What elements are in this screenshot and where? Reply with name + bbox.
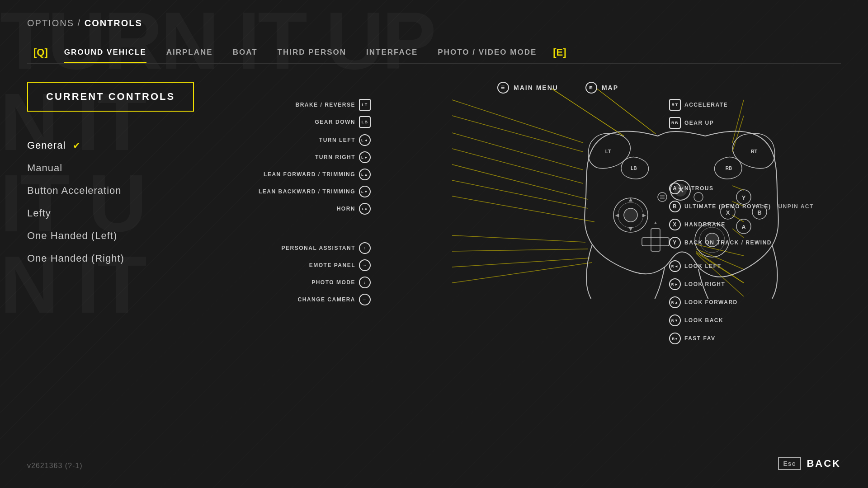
map-label: ⊞ MAP	[585, 82, 618, 94]
tab-ground-vehicle[interactable]: GROUND VEHICLE	[54, 42, 156, 62]
left-control-labels: BRAKE / REVERSE LT GEAR DOWN LB TURN LEF…	[244, 95, 371, 310]
preset-one-handed-left[interactable]: One Handed (Left)	[27, 225, 217, 247]
handbrake-text: HANDBRAKE	[684, 221, 726, 228]
tab-boat[interactable]: BOAT	[223, 42, 268, 62]
preset-one-handed-right[interactable]: One Handed (Right)	[27, 247, 217, 270]
lean-forward-text: LEAN FORWARD / TRIMMING	[264, 171, 355, 178]
svg-rect-38	[651, 229, 660, 251]
svg-line-0	[552, 89, 624, 136]
tab-right-bracket[interactable]: [E]	[547, 42, 572, 63]
x-button-icon: X	[669, 219, 681, 230]
accelerate-label: RT ACCELERATE	[669, 98, 841, 112]
rt-icon: RT	[669, 99, 681, 111]
preset-manual[interactable]: Manual	[27, 157, 217, 179]
tab-photo-video[interactable]: PHOTO / VIDEO MODE	[428, 42, 547, 62]
svg-line-3	[452, 116, 583, 152]
svg-line-1	[597, 89, 656, 134]
lb-icon: LB	[359, 116, 371, 128]
dpad-left-icon: ←	[359, 294, 371, 305]
svg-line-9	[452, 235, 585, 242]
lean-backward-label: LEAN BACKWARD / TRIMMING L▼	[244, 184, 371, 199]
look-left-label: R◄ LOOK LEFT	[669, 259, 841, 273]
look-back-label: R▼ LOOK BACK	[669, 313, 841, 328]
right-control-labels: RT ACCELERATE RB GEAR UP A NITROUS	[669, 95, 841, 349]
rs-up-icon: R▲	[669, 296, 681, 308]
svg-text:▲: ▲	[627, 196, 634, 203]
preset-button-acceleration[interactable]: Button Acceleration	[27, 179, 217, 202]
turn-left-label: TURN LEFT L◄	[244, 133, 371, 147]
left-stick-left-icon: L◄	[359, 134, 371, 146]
rs-right-icon: R►	[669, 278, 681, 290]
checkmark-icon: ✔	[73, 140, 81, 151]
rs-left-icon: R◄	[669, 260, 681, 272]
back-button[interactable]: Esc BACK	[778, 457, 841, 470]
current-controls-button[interactable]: CURRENT CONTROLS	[27, 82, 194, 112]
tab-left-bracket[interactable]: [Q]	[27, 42, 54, 63]
esc-key[interactable]: Esc	[778, 457, 802, 470]
ultimate-text: ULTIMATE (DEMO ROYALE)	[684, 203, 771, 210]
svg-line-7	[452, 180, 588, 208]
svg-line-2	[452, 100, 583, 143]
svg-line-11	[452, 258, 590, 267]
y-button-icon: Y	[669, 237, 681, 249]
breadcrumb-prefix: OPTIONS /	[27, 18, 85, 28]
accelerate-text: ACCELERATE	[684, 102, 728, 108]
right-panel: LT LB RT RB	[244, 82, 841, 299]
photo-mode-text: PHOTO MODE	[311, 279, 355, 286]
preset-general[interactable]: General ✔	[27, 134, 217, 157]
turn-left-text: TURN LEFT	[319, 137, 355, 143]
bottom-left-controls: PERSONAL ASSISTANT ↑ EMOTE PANEL → PHOTO…	[244, 241, 371, 307]
main-menu-text: MAIN MENU	[514, 84, 558, 91]
dpad-right-icon: →	[359, 259, 371, 271]
lean-backward-text: LEAN BACKWARD / TRIMMING	[259, 188, 355, 195]
preset-lefty[interactable]: Lefty	[27, 202, 217, 225]
b-button-icon: B	[669, 201, 681, 212]
nitrous-text: NITROUS	[684, 185, 714, 192]
controller-diagram: LT LB RT RB	[244, 82, 841, 299]
svg-line-8	[452, 196, 594, 222]
left-panel: CURRENT CONTROLS General ✔ Manual Button…	[27, 82, 217, 299]
spacer	[669, 134, 841, 181]
svg-text:►: ►	[641, 211, 647, 219]
breadcrumb-current: CONTROLS	[85, 18, 142, 28]
svg-line-10	[452, 249, 588, 251]
menu-icon: ☰	[497, 82, 509, 94]
brake-label: BRAKE / REVERSE LT	[244, 98, 371, 112]
rs-down-icon: R▼	[669, 314, 681, 326]
emote-panel-label: EMOTE PANEL →	[244, 258, 371, 272]
nitrous-label: A NITROUS	[669, 181, 841, 196]
tab-airplane[interactable]: AIRPLANE	[156, 42, 223, 62]
rb-icon: RB	[669, 117, 681, 129]
tabs-row: [Q] GROUND VEHICLE AIRPLANE BOAT THIRD P…	[27, 42, 841, 64]
gear-down-text: GEAR DOWN	[315, 119, 356, 125]
emote-panel-text: EMOTE PANEL	[309, 262, 355, 268]
fast-fav-label: R● FAST FAV	[669, 331, 841, 346]
look-forward-label: R▲ LOOK FORWARD	[669, 295, 841, 310]
right-stick-controls: R◄ LOOK LEFT R► LOOK RIGHT R▲ LOOK FORWA…	[669, 259, 841, 346]
look-right-text: LOOK RIGHT	[684, 281, 725, 287]
tab-interface[interactable]: INTERFACE	[356, 42, 428, 62]
tab-third-person[interactable]: THIRD PERSON	[268, 42, 356, 62]
left-stick-right-icon: L►	[359, 151, 371, 163]
lean-forward-label: LEAN FORWARD / TRIMMING L▲	[244, 167, 371, 182]
rs-press-icon: R●	[669, 333, 681, 344]
personal-assistant-text: PERSONAL ASSISTANT	[282, 245, 355, 251]
dpad-up-icon: ↑	[359, 242, 371, 254]
fast-fav-text: FAST FAV	[684, 335, 715, 342]
look-left-text: LOOK LEFT	[684, 263, 722, 269]
svg-line-5	[452, 149, 583, 183]
gear-down-label: GEAR DOWN LB	[244, 115, 371, 129]
svg-point-28	[613, 198, 648, 232]
svg-text:▲: ▲	[653, 220, 658, 225]
svg-text:◄: ◄	[614, 211, 620, 219]
dpad-down-icon: ↓	[359, 277, 371, 288]
a-button-icon: A	[669, 183, 681, 194]
lt-icon: LT	[359, 99, 371, 111]
map-text: MAP	[602, 84, 618, 91]
top-controls: ☰ MAIN MENU ⊞ MAP	[497, 82, 618, 94]
preset-list: General ✔ Manual Button Acceleration Lef…	[27, 134, 217, 270]
horn-label: HORN L●	[244, 202, 371, 216]
svg-point-30	[624, 208, 637, 222]
brake-text: BRAKE / REVERSE	[295, 102, 355, 108]
preset-label: General	[27, 140, 66, 151]
